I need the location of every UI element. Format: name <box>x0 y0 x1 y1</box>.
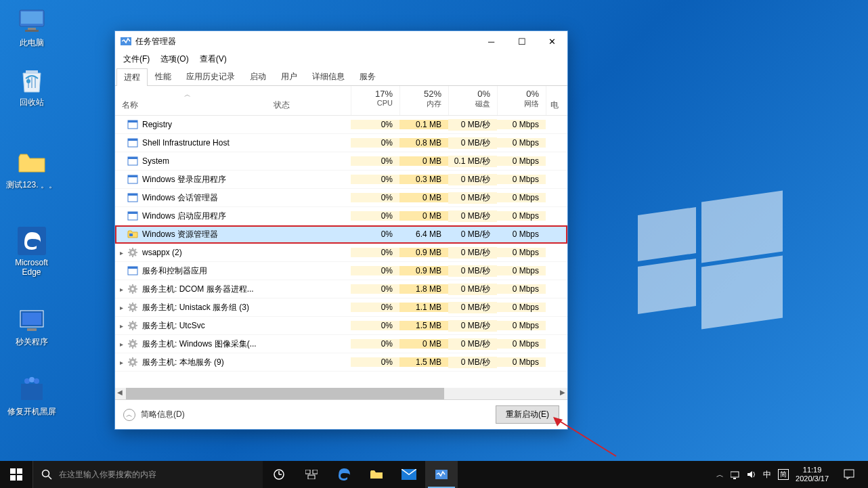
process-icon <box>127 357 138 368</box>
process-row[interactable]: Windows 会话管理器0%0 MB0 MB/秒0 Mbps <box>115 189 567 207</box>
taskmgr-taskbar-button[interactable] <box>425 461 458 488</box>
disk-value: 0 MB/秒 <box>448 229 497 240</box>
svg-rect-53 <box>305 470 310 474</box>
menu-file[interactable]: 文件(F) <box>118 52 155 66</box>
ime-indicator-1[interactable]: 中 <box>763 469 771 481</box>
col-cpu[interactable]: 17%CPU <box>351 86 399 115</box>
volume-tray-icon[interactable] <box>747 470 756 479</box>
search-box[interactable]: 在这里输入你要搜索的内容 <box>32 461 263 488</box>
svg-point-48 <box>43 470 49 477</box>
tabs[interactable]: 进程 性能 应用历史记录 启动 用户 详细信息 服务 <box>115 66 567 86</box>
net-value: 0 Mbps <box>497 193 546 202</box>
svg-rect-59 <box>733 478 736 479</box>
search-placeholder: 在这里输入你要搜索的内容 <box>59 469 156 481</box>
process-row[interactable]: ▸服务主机: UtcSvc0%1.5 MB0 MB/秒0 Mbps <box>115 317 567 335</box>
task-manager-window[interactable]: 任务管理器 ─ ☐ ✕ 文件(F) 选项(O) 查看(V) 进程 性能 应用历史… <box>114 30 568 430</box>
process-row[interactable]: ▸服务主机: Windows 图像采集(...0%0 MB0 MB/秒0 Mbp… <box>115 335 567 353</box>
expand-toggle[interactable]: ▸ <box>115 322 127 330</box>
desktop-icon-this-pc[interactable]: 此电脑 <box>6 7 57 47</box>
process-icon <box>127 247 138 258</box>
expand-toggle[interactable]: ▸ <box>115 249 127 257</box>
close-button[interactable]: ✕ <box>537 31 567 51</box>
process-icon <box>127 119 138 130</box>
svg-rect-9 <box>27 328 37 331</box>
mem-value: 1.8 MB <box>399 284 448 294</box>
maximize-button[interactable]: ☐ <box>506 31 537 51</box>
tab-performance[interactable]: 性能 <box>148 68 179 85</box>
start-button[interactable] <box>0 461 32 488</box>
expand-toggle[interactable]: ▸ <box>115 286 127 293</box>
process-row[interactable]: Windows 资源管理器0%6.4 MB0 MB/秒0 Mbps <box>115 225 567 244</box>
cpu-value: 0% <box>351 211 399 221</box>
process-name: 服务主机: Unistack 服务组 (3) <box>142 302 249 313</box>
net-value: 0 Mbps <box>497 175 546 184</box>
process-row[interactable]: ▸服务主机: 本地服务 (9)0%1.5 MB0 MB/秒0 Mbps <box>115 353 567 372</box>
titlebar[interactable]: 任务管理器 ─ ☐ ✕ <box>115 31 567 51</box>
col-state[interactable]: 状态 <box>267 86 351 115</box>
notification-button[interactable] <box>836 461 863 488</box>
search-icon <box>41 469 52 480</box>
desktop-icon-edge[interactable]: Microsoft Edge <box>6 227 57 277</box>
process-row[interactable]: ▸服务主机: DCOM 服务器进程...0%1.8 MB0 MB/秒0 Mbps <box>115 280 567 298</box>
tab-details[interactable]: 详细信息 <box>305 68 352 85</box>
expand-toggle[interactable]: ▸ <box>115 359 127 366</box>
restart-button[interactable]: 重新启动(E) <box>496 405 559 424</box>
process-row[interactable]: Shell Infrastructure Host0%0.8 MB0 MB/秒0… <box>115 134 567 152</box>
process-row[interactable]: ▸服务主机: Unistack 服务组 (3)0%1.1 MB0 MB/秒0 M… <box>115 298 567 317</box>
process-list[interactable]: Registry0%0.1 MB0 MB/秒0 MbpsShell Infras… <box>115 116 567 388</box>
horizontal-scrollbar[interactable] <box>115 388 567 399</box>
brief-toggle[interactable]: ︿简略信息(D) <box>123 409 185 421</box>
process-row[interactable]: 服务和控制器应用0%0.9 MB0 MB/秒0 Mbps <box>115 262 567 280</box>
menu-view[interactable]: 查看(V) <box>194 52 232 66</box>
network-tray-icon[interactable] <box>731 470 740 479</box>
mem-value: 6.4 MB <box>399 229 448 239</box>
expand-toggle[interactable]: ▸ <box>115 340 127 348</box>
process-row[interactable]: System0%0 MB0.1 MB/秒0 Mbps <box>115 152 567 171</box>
taskview2-button[interactable] <box>295 461 328 488</box>
process-icon <box>127 229 138 240</box>
desktop-icon-test[interactable]: 测试123. 。。 <box>6 149 57 190</box>
taskbar[interactable]: 在这里输入你要搜索的内容 ︿ 中 简 11:19 2020/3/17 <box>0 461 868 488</box>
process-row[interactable]: Registry0%0.1 MB0 MB/秒0 Mbps <box>115 116 567 134</box>
menubar[interactable]: 文件(F) 选项(O) 查看(V) <box>115 51 567 66</box>
taskmgr-taskbar-icon <box>435 469 448 480</box>
col-extra[interactable]: 电 <box>546 86 567 115</box>
desktop-icon-shutdown[interactable]: 秒关程序 <box>6 306 57 347</box>
tab-services[interactable]: 服务 <box>352 68 383 85</box>
svg-point-39 <box>131 342 134 345</box>
process-row[interactable]: ▸wsappx (2)0%0.9 MB0 MB/秒0 Mbps <box>115 244 567 262</box>
svg-point-13 <box>34 378 39 384</box>
col-name[interactable]: ︿名称 <box>115 86 267 115</box>
tab-users[interactable]: 用户 <box>274 68 305 85</box>
menu-options[interactable]: 选项(O) <box>155 52 194 66</box>
desktop-icon-recycle[interactable]: 回收站 <box>6 66 57 107</box>
tab-startup[interactable]: 启动 <box>242 68 274 85</box>
clock[interactable]: 11:19 2020/3/17 <box>796 466 829 483</box>
explorer-taskbar-button[interactable] <box>360 461 393 488</box>
taskview-button[interactable] <box>263 461 295 488</box>
edge-taskbar-button[interactable] <box>328 461 360 488</box>
tray-chevron-icon[interactable]: ︿ <box>716 470 724 480</box>
col-net[interactable]: 0%网络 <box>497 86 546 115</box>
expand-toggle[interactable]: ▸ <box>115 304 127 311</box>
column-headers[interactable]: ︿名称 状态 17%CPU 52%内存 0%磁盘 0%网络 电 <box>115 86 567 116</box>
svg-point-37 <box>131 324 134 327</box>
disk-value: 0 MB/秒 <box>448 357 497 368</box>
mail-icon <box>402 469 416 480</box>
process-row[interactable]: Windows 登录应用程序0%0.3 MB0 MB/秒0 Mbps <box>115 171 567 189</box>
cpu-value: 0% <box>351 175 399 184</box>
svg-rect-22 <box>128 175 137 177</box>
col-disk[interactable]: 0%磁盘 <box>448 86 497 115</box>
tab-history[interactable]: 应用历史记录 <box>179 68 242 85</box>
process-row[interactable]: Windows 启动应用程序0%0 MB0 MB/秒0 Mbps <box>115 207 567 225</box>
tab-processes[interactable]: 进程 <box>116 68 148 86</box>
process-name: 服务主机: UtcSvc <box>142 320 205 332</box>
desktop-icon-fix[interactable]: 修复开机黑屏 <box>6 376 57 416</box>
ime-indicator-2[interactable]: 简 <box>778 469 789 480</box>
col-mem[interactable]: 52%内存 <box>399 86 448 115</box>
mail-taskbar-button[interactable] <box>393 461 425 488</box>
minimize-button[interactable]: ─ <box>476 31 506 51</box>
net-value: 0 Mbps <box>497 357 546 367</box>
mem-value: 0.9 MB <box>399 266 448 275</box>
disk-value: 0 MB/秒 <box>448 137 497 149</box>
